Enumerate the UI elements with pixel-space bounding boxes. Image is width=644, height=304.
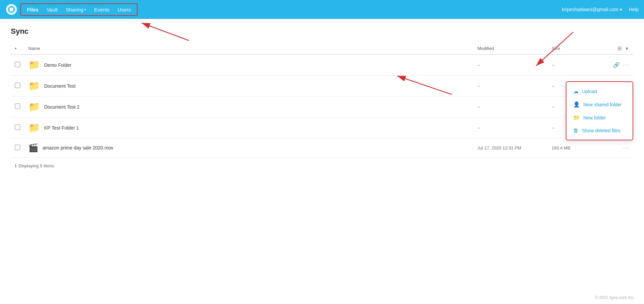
- svg-point-1: [11, 6, 12, 8]
- modified-cell: --: [477, 104, 552, 109]
- filter-icon[interactable]: ▼: [624, 46, 629, 51]
- header: Files Vault Sharing ▾ Events Users kripe…: [0, 0, 644, 19]
- share-link-icon[interactable]: 🔗: [613, 62, 620, 68]
- status-bar: ℹ Displaying 5 items: [11, 158, 633, 174]
- table-row: 📁 Document Test 2 -- -- ···: [11, 96, 633, 117]
- status-text: Displaying 5 items: [19, 163, 54, 168]
- grid-view-icon[interactable]: ⊞: [617, 45, 622, 52]
- more-options-icon[interactable]: ···: [623, 144, 629, 151]
- folder-icon: 📁: [28, 80, 40, 91]
- file-name-cell: 🎬 amazon prime day sale 2020.mov: [28, 143, 477, 153]
- modified-cell: --: [477, 83, 552, 88]
- size-cell: --: [552, 62, 602, 67]
- col-size-header[interactable]: Size: [552, 46, 602, 51]
- more-options-icon[interactable]: ···: [623, 61, 629, 68]
- header-check: ▾: [15, 47, 28, 50]
- svg-point-2: [13, 9, 15, 10]
- nav-sharing[interactable]: Sharing ▾: [62, 5, 89, 14]
- modified-cell: Jul 17, 2020 12:31 PM: [477, 145, 552, 150]
- new-folder-button[interactable]: 📁 New folder: [566, 111, 633, 124]
- shared-folder-icon: 👤: [573, 101, 580, 108]
- row-checkbox[interactable]: [15, 62, 20, 67]
- col-name-header[interactable]: Name: [28, 46, 477, 51]
- main-content: Sync ▾ Name Modified Size ⊞ ▼ 📁 Demo Fol…: [0, 19, 644, 182]
- nav-users[interactable]: Users: [114, 5, 134, 14]
- row-checkbox[interactable]: [15, 83, 20, 88]
- nav-menu-outline: Files Vault Sharing ▾ Events Users: [20, 3, 138, 16]
- table-row: 🎬 amazon prime day sale 2020.mov Jul 17,…: [11, 138, 633, 158]
- table-row: 📁 Document Test -- -- 🔗 ···: [11, 76, 633, 96]
- table-header: ▾ Name Modified Size ⊞ ▼: [11, 43, 633, 55]
- row-checkbox-cell: [15, 125, 28, 131]
- folder-icon: 📁: [28, 101, 40, 112]
- file-name[interactable]: amazon prime day sale 2020.mov: [42, 145, 113, 150]
- table-row: 📁 Demo Folder -- -- 🔗 ···: [11, 55, 633, 76]
- header-left: Files Vault Sharing ▾ Events Users: [5, 3, 138, 16]
- file-name-cell: 📁 Document Test: [28, 80, 477, 91]
- help-link[interactable]: Help: [629, 7, 639, 12]
- upload-icon: ☁: [573, 88, 579, 94]
- new-shared-folder-button[interactable]: 👤 New shared folder: [566, 98, 633, 111]
- file-name[interactable]: KP Test Folder 1: [44, 125, 79, 131]
- info-icon: ℹ: [15, 163, 17, 168]
- nav-events[interactable]: Events: [91, 5, 113, 14]
- nav-files[interactable]: Files: [24, 5, 42, 14]
- row-checkbox-cell: [15, 145, 28, 151]
- show-deleted-button[interactable]: 🗑 Show deleted files: [566, 124, 633, 137]
- folder-icon: 📁: [28, 59, 40, 71]
- page-title: Sync: [11, 27, 633, 36]
- file-name-cell: 📁 Demo Folder: [28, 59, 477, 71]
- row-checkbox[interactable]: [15, 104, 20, 109]
- trash-icon: 🗑: [573, 128, 579, 134]
- file-name-cell: 📁 Document Test 2: [28, 101, 477, 112]
- svg-point-0: [6, 4, 17, 15]
- nav-vault[interactable]: Vault: [43, 5, 61, 14]
- modified-cell: --: [477, 62, 552, 67]
- svg-point-3: [8, 9, 10, 10]
- file-name[interactable]: Demo Folder: [44, 62, 71, 68]
- sort-icon[interactable]: ▾: [15, 47, 17, 50]
- row-checkbox-cell: [15, 62, 28, 68]
- chevron-down-icon: ▾: [84, 8, 86, 11]
- file-name[interactable]: Document Test: [44, 83, 76, 89]
- folder-icon: 📁: [28, 122, 40, 133]
- file-name-cell: 📁 KP Test Folder 1: [28, 122, 477, 133]
- actions-cell: ···: [602, 144, 629, 151]
- user-email-dropdown[interactable]: kripeshadwani@gmail.com ▾: [562, 7, 622, 12]
- col-actions-header: ⊞ ▼: [602, 45, 629, 52]
- row-checkbox-cell: [15, 83, 28, 89]
- col-modified-header[interactable]: Modified: [477, 46, 552, 51]
- upload-button[interactable]: ☁ Upload: [566, 85, 633, 98]
- header-right: kripeshadwani@gmail.com ▾ Help: [562, 7, 639, 12]
- logo-icon: [5, 3, 18, 16]
- video-file-icon: 🎬: [28, 143, 38, 153]
- chevron-down-icon: ▾: [620, 7, 622, 12]
- modified-cell: --: [477, 125, 552, 130]
- context-menu: ☁ Upload 👤 New shared folder 📁 New folde…: [566, 81, 633, 140]
- row-checkbox[interactable]: [15, 125, 20, 130]
- size-cell: 193.4 MB: [552, 145, 602, 150]
- file-name[interactable]: Document Test 2: [44, 104, 80, 110]
- folder-add-icon: 📁: [573, 114, 580, 121]
- actions-cell: 🔗 ···: [602, 61, 629, 68]
- table-row: 📁 KP Test Folder 1 -- -- 🔗 ···: [11, 117, 633, 138]
- row-checkbox[interactable]: [15, 145, 20, 150]
- row-checkbox-cell: [15, 104, 28, 110]
